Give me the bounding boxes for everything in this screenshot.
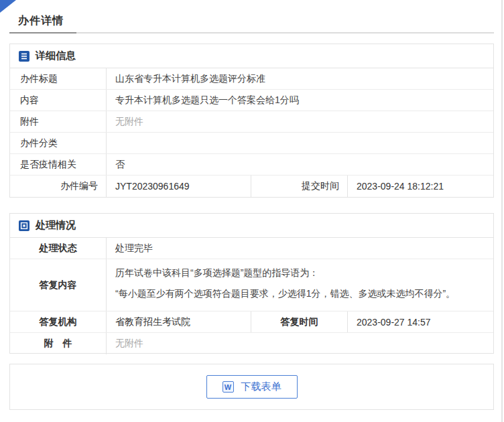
- field-value: 否: [107, 154, 493, 175]
- field-value: 山东省专升本计算机多选题评分标准: [107, 68, 493, 89]
- table-row: 处理状态 处理完毕: [10, 238, 493, 259]
- title-divider: [9, 32, 494, 33]
- table-row: 附件 无附件: [10, 111, 493, 133]
- download-button-label: 下载表单: [241, 380, 281, 393]
- field-label: 办件分类: [10, 133, 107, 153]
- process-section-title: 处理情况: [36, 219, 76, 232]
- status-value: 处理完毕: [107, 238, 493, 259]
- process-section-header: 处理情况: [10, 214, 493, 238]
- field-value: [107, 133, 493, 153]
- field-label: 办件标题: [10, 68, 107, 89]
- title-divider-accent: [9, 32, 76, 33]
- download-form-button[interactable]: W 下载表单: [206, 375, 298, 399]
- reply-content-label: 答复内容: [10, 259, 107, 311]
- table-row: 办件标题 山东省专升本计算机多选题评分标准: [10, 68, 493, 90]
- table-row-meta: 办件编号 JYT20230961649 提交时间 2023-09-24 18:1…: [10, 175, 493, 197]
- document-lines-icon: [19, 51, 29, 62]
- reply-agency-value: 省教育招生考试院: [107, 311, 251, 332]
- table-row-reply: 答复内容 历年试卷中该科目“多项选择题”题型的指导语为： “每小题至少有两个选项…: [10, 259, 493, 311]
- word-file-icon: W: [223, 381, 234, 393]
- field-value: 无附件: [107, 111, 493, 132]
- submit-time-value: 2023-09-24 18:12:21: [348, 175, 493, 197]
- table-row-meta: 答复机构 省教育招生考试院 答复时间 2023-09-27 14:57: [10, 311, 493, 333]
- reply-line-2: “每小题至少有两个选项符合题目要求，少选得1分，错选、多选或未选均不得分”。: [115, 283, 480, 304]
- attachment-value: 无附件: [107, 333, 493, 354]
- table-row: 内容 专升本计算机多选题只选一个答案会给1分吗: [10, 90, 493, 111]
- reply-line-1: 历年试卷中该科目“多项选择题”题型的指导语为：: [115, 263, 480, 283]
- status-label: 处理状态: [10, 238, 107, 259]
- corner-fold-decoration: [0, 0, 16, 13]
- table-row: 办件分类: [10, 133, 493, 154]
- layered-document-icon: [19, 220, 29, 231]
- process-status-panel: 处理情况 处理状态 处理完毕 答复内容 历年试卷中该科目“多项选择题”题型的指导…: [9, 213, 494, 354]
- reply-content-value: 历年试卷中该科目“多项选择题”题型的指导语为： “每小题至少有两个选项符合题目要…: [107, 259, 493, 311]
- table-row: 是否疫情相关 否: [10, 154, 493, 175]
- field-label: 是否疫情相关: [10, 154, 107, 175]
- attachment-label: 附 件: [10, 333, 107, 354]
- field-label: 附件: [10, 111, 107, 132]
- case-number-label: 办件编号: [10, 175, 107, 197]
- table-row: 附 件 无附件: [10, 333, 493, 354]
- page-title: 办件详情: [18, 14, 64, 28]
- download-panel: W 下载表单: [9, 364, 494, 410]
- reply-agency-label: 答复机构: [10, 311, 107, 332]
- reply-time-value: 2023-09-27 14:57: [348, 311, 493, 332]
- page-edge-line: [501, 0, 503, 422]
- detail-info-panel: 详细信息 办件标题 山东省专升本计算机多选题评分标准 内容 专升本计算机多选题只…: [9, 44, 494, 198]
- case-number-value: JYT20230961649: [107, 175, 251, 197]
- detail-section-header: 详细信息: [10, 44, 493, 68]
- detail-section-title: 详细信息: [36, 50, 76, 62]
- submit-time-label: 提交时间: [251, 175, 348, 197]
- field-label: 内容: [10, 90, 107, 111]
- reply-time-label: 答复时间: [251, 311, 348, 332]
- field-value: 专升本计算机多选题只选一个答案会给1分吗: [107, 90, 493, 111]
